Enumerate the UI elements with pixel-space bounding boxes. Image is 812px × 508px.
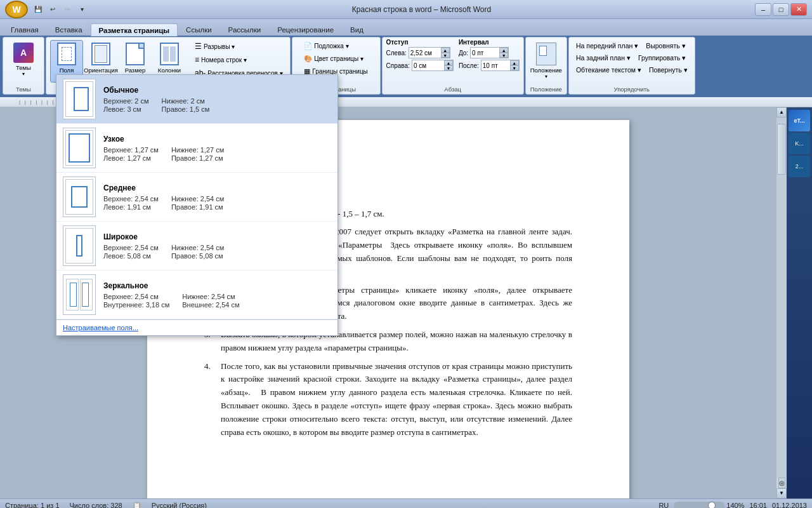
normal-col1: Верхнее: 2 см Левое: 3 см [103,97,149,113]
tab-mailings[interactable]: Рассылки [220,23,270,36]
language-flag: 📋 [133,502,141,508]
fields-option-normal[interactable]: Обычное Верхнее: 2 см Левое: 3 см Нижнее… [56,75,337,124]
ribbon-group-themes: A Темы ▾ Темы [3,37,44,95]
wrap-text-button[interactable]: Обтекание текстом ▾ [573,64,645,76]
vertical-scrollbar[interactable]: ▲ ◎ ▼ [776,107,787,498]
normal-bottom-label: Нижнее: 2 см [162,97,210,105]
indent-right-down[interactable]: ▼ [444,65,453,70]
breaks-button[interactable]: ☰ Разрывы ▾ [192,40,286,53]
zoom-slider[interactable] [674,502,724,508]
indent-left-input[interactable] [409,48,441,58]
position-button[interactable]: Положение ▾ [530,40,563,83]
language: Русский (Россия) [152,502,207,508]
tab-review[interactable]: Рецензирование [269,23,342,36]
undo-button[interactable]: ↩ [46,3,59,16]
group-button[interactable]: Группировать ▾ [635,52,689,64]
narrow-col1: Верхнее: 1,27 см Левое: 1,27 см [103,146,159,162]
medium-inner [71,186,88,208]
wide-top-label: Верхнее: 2,54 см [103,244,159,251]
mirror-right [80,279,93,311]
customize-fields-link[interactable]: Настраиваемые поля... [56,319,337,335]
indent-left-down[interactable]: ▼ [441,53,450,58]
fields-option-mirror[interactable]: Зеркальное Верхнее: 2,54 см Внутреннее: … [56,271,337,319]
interval-before-up[interactable]: ▲ [499,48,508,53]
quick-access-more[interactable]: ▾ [75,3,88,16]
ribbon-group-paragraph: Отступ Слева: ▲ ▼ Справа: [382,37,524,95]
mirror-col2: Нижнее: 2,54 см Внешнее: 2,54 см [182,293,239,309]
themes-button[interactable]: A Темы ▾ [7,40,40,80]
mirror-outer-label: Внешнее: 2,54 см [182,301,239,309]
tab-insert[interactable]: Вставка [47,23,91,36]
narrow-bottom-label: Нижнее: 1,27 см [171,146,224,154]
page-color-button[interactable]: 🎨Цвет страницы ▾ [301,53,367,65]
window-controls: – □ ✕ [755,3,807,16]
taskbar-icon-3[interactable]: 2... [789,156,810,177]
office-button[interactable]: W [5,1,28,18]
interval-after-row: После: ▲ ▼ [459,60,520,71]
scroll-down-button[interactable]: ▼ [776,488,787,498]
indent-right-input[interactable] [412,60,444,70]
save-button[interactable]: 💾 [32,3,44,16]
status-right: RU 140% 16:01 01.12.2013 [658,502,807,508]
close-button[interactable]: ✕ [790,3,807,16]
interval-before-down[interactable]: ▼ [499,53,508,58]
wide-inner [76,235,82,257]
zoom-control: 140% [674,502,744,508]
interval-before-label: До: [459,50,468,57]
line-numbers-button[interactable]: ≡ Номера строк ▾ [192,53,286,66]
window-title: Красная строка в word – Microsoft Word [88,5,755,14]
interval-after-down[interactable]: ▼ [510,65,519,70]
indent-right-label: Справа: [386,62,410,69]
taskbar-icon-2[interactable]: K... [789,133,810,154]
indent-left-up[interactable]: ▲ [441,48,450,53]
narrow-top-label: Верхнее: 1,27 см [103,146,159,154]
redo-button[interactable]: ↪ [61,3,74,16]
interval-group: Интервал До: ▲ ▼ После: [459,39,520,71]
tab-home[interactable]: Главная [3,23,47,36]
bring-front-button[interactable]: На передний план ▾ [573,40,641,51]
fields-option-medium[interactable]: Среднее Верхнее: 2,54 см Левое: 1,91 см … [56,173,337,222]
narrow-left-label: Левое: 1,27 см [103,154,159,162]
minimize-button[interactable]: – [755,3,771,16]
tab-references[interactable]: Ссылки [178,23,220,36]
tab-view[interactable]: Вид [342,23,372,36]
indent-left-label: Слева: [386,50,407,57]
taskbar-word-icon[interactable]: eT... [789,110,810,131]
rotate-button[interactable]: Повернуть ▾ [646,64,691,76]
scroll-page-btn[interactable]: ◎ [778,478,785,488]
wide-row1: Верхнее: 2,54 см Левое: 5,08 см Нижнее: … [103,244,331,260]
medium-bottom-label: Нижнее: 2,54 см [171,195,224,203]
interval-before-input[interactable] [471,48,499,58]
zoom-thumb[interactable] [708,502,716,508]
maximize-button[interactable]: □ [773,3,789,16]
interval-after-field: ▲ ▼ [481,60,520,71]
fields-option-narrow[interactable]: Узкое Верхнее: 1,27 см Левое: 1,27 см Ни… [56,124,337,173]
wide-page [65,228,93,264]
normal-page [65,81,93,117]
interval-after-input[interactable] [481,60,510,70]
normal-preview [63,79,96,119]
scroll-up-button[interactable]: ▲ [776,107,787,117]
medium-top-label: Верхнее: 2,54 см [103,195,159,203]
normal-col2: Нижнее: 2 см Правое: 1,5 см [162,97,210,113]
interval-after-up[interactable]: ▲ [510,60,519,65]
send-back-button[interactable]: На задний план ▾ [573,52,634,64]
scroll-track[interactable] [776,117,787,478]
word-count: Число слов: 328 [70,502,122,508]
scroll-thumb[interactable] [777,124,786,175]
tab-page-layout[interactable]: Разметка страницы [91,23,178,36]
align-button[interactable]: Выровнять ▾ [643,40,689,51]
mirror-top-label: Верхнее: 2,54 см [103,293,169,300]
watermark-button[interactable]: 📄Подложка ▾ [301,40,351,52]
paragraph-content: Отступ Слева: ▲ ▼ Справа: [386,39,520,71]
page-info: Страница: 1 из 1 [5,502,60,508]
position-label: Положение [526,86,566,93]
interval-after-label: После: [459,62,479,69]
mirror-col1: Верхнее: 2,54 см Внутреннее: 3,18 см [103,293,169,309]
ribbon-group-position: Положение ▾ Положение [525,37,567,95]
fields-option-wide[interactable]: Широкое Верхнее: 2,54 см Левое: 5,08 см … [56,222,337,271]
wide-preview [63,225,96,266]
indent-right-up[interactable]: ▲ [444,60,453,65]
wide-left-label: Левое: 5,08 см [103,252,159,260]
title-bar-left: W 💾 ↩ ↪ ▾ [5,1,88,18]
